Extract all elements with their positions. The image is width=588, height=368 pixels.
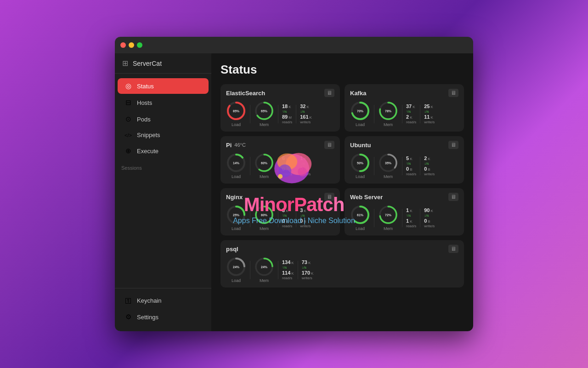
sidebar-header: ⊞ ServerCat [115, 53, 211, 74]
net-down-value: 0 [282, 218, 285, 224]
card-header: Kafka 🖥 [350, 89, 458, 97]
card-header: Web Server 🖥 [350, 193, 458, 201]
disk-down-value: 161 [300, 114, 308, 120]
load-gauge: 85% Load [226, 101, 246, 127]
card-metrics: 61% Load 72% Mem 1K ↑/s 1K [350, 205, 458, 231]
card-header: Pi46°C 🖥 [226, 141, 334, 149]
card-title: Web Server [350, 194, 383, 201]
net-down-label: read/s [406, 172, 416, 176]
net-up-value: 6 [282, 155, 285, 161]
disk-down-value: 0 [424, 166, 427, 172]
disk-up-row: 25K [424, 104, 435, 109]
load-label: Load [232, 122, 241, 127]
sidebar-item-execute[interactable]: ⊕ Execute [118, 143, 209, 159]
load-gauge: 50% Load [350, 153, 370, 179]
pods-icon: ⊙ [124, 115, 132, 123]
net-stats: 5K ↑/s 0B read/s [406, 155, 416, 176]
main-window: ⊞ ServerCat ◎ Status ⊟ Hosts ⊙ Pods </> [115, 37, 473, 331]
card-title: psql [226, 246, 238, 253]
divider [374, 157, 374, 175]
server-card-kafka: Kafka 🖥 70% Load 78% Mem [345, 84, 464, 132]
disk-up-value: 32 [300, 104, 305, 109]
card-title: Kafka [350, 90, 366, 97]
load-label: Load [356, 226, 365, 231]
load-label: Load [232, 226, 241, 231]
mem-gauge: 24% Mem [254, 257, 274, 283]
sidebar-nav: ◎ Status ⊟ Hosts ⊙ Pods </> Snippets ⊕ [115, 74, 211, 288]
main-content: ⊞ ServerCat ◎ Status ⊟ Hosts ⊙ Pods </> [115, 53, 473, 331]
mem-gauge: 65% Mem [254, 101, 274, 127]
disk-down-label: write/s [302, 276, 314, 280]
divider [402, 209, 402, 227]
disk-stats: 1K ↓/s 0B write/s [300, 155, 311, 176]
monitor-icon: 🖥 [324, 89, 334, 97]
disk-stats: 25K ↓/s 11K write/s [424, 104, 435, 124]
disk-up-value: 3 [300, 207, 303, 213]
monitor-icon: 🖥 [324, 193, 334, 201]
traffic-lights [120, 42, 142, 48]
disk-down-label: write/s [424, 224, 435, 228]
disk-stats: 3K ↓/s 0B write/s [300, 207, 311, 228]
sidebar-item-keychain[interactable]: ⚿ Keychain [118, 293, 209, 308]
divider [296, 105, 296, 123]
disk-down-value: 170 [302, 270, 310, 276]
sidebar-item-snippets[interactable]: </> Snippets [118, 128, 209, 142]
server-card-psql: psql 🖥 24% Load 24% Mem [220, 240, 464, 288]
disk-up-value: 73 [302, 259, 307, 265]
card-metrics: 85% Load 65% Mem 18K ↑/s 8 [226, 101, 334, 127]
net-up-value: 3 [282, 207, 285, 213]
sidebar-item-pods[interactable]: ⊙ Pods [118, 111, 209, 127]
disk-up-value: 25 [424, 104, 430, 109]
maximize-button[interactable] [137, 42, 142, 48]
net-down-value: 114 [282, 270, 290, 276]
disk-stats: 73K ↓/s 170K write/s [302, 259, 314, 280]
keychain-icon: ⚿ [124, 297, 132, 305]
mem-gauge: 35% Mem [378, 153, 398, 179]
sidebar-item-settings[interactable]: ⚙ Settings [118, 309, 209, 325]
mem-gauge: 80% Mem [254, 205, 274, 231]
disk-up-label: ↓/s [300, 161, 311, 166]
card-header: Nginx 🖥 [226, 193, 334, 201]
close-button[interactable] [120, 42, 126, 48]
titlebar [115, 37, 473, 53]
load-gauge: 14% Load [226, 153, 246, 179]
net-up-row: 5K [406, 155, 416, 161]
divider [402, 157, 402, 175]
card-title: Pi [226, 142, 232, 149]
net-down-label: read/s [282, 172, 292, 176]
sidebar-item-status[interactable]: ◎ Status [118, 78, 209, 94]
card-metrics: 25% Load 80% Mem 3K ↑/s 0B [226, 205, 334, 231]
disk-up-label: ↓/s [424, 161, 435, 166]
minimize-button[interactable] [129, 42, 134, 48]
net-down-value: 0 [406, 166, 409, 172]
disk-up-label: ↓/s [424, 213, 435, 218]
net-up-row: 1K [406, 207, 416, 213]
mem-label: Mem [384, 122, 393, 127]
sidebar-item-label: Snippets [137, 132, 160, 138]
net-down-row: 0B [282, 166, 292, 172]
sidebar-item-hosts[interactable]: ⊟ Hosts [118, 95, 209, 110]
disk-down-label: write/s [424, 120, 435, 124]
status-icon: ◎ [124, 82, 132, 90]
divider [374, 209, 374, 227]
sidebar: ⊞ ServerCat ◎ Status ⊟ Hosts ⊙ Pods </> [115, 53, 211, 331]
monitor-icon: 🖥 [448, 245, 458, 253]
execute-icon: ⊕ [124, 147, 132, 155]
divider [420, 157, 420, 175]
hosts-icon: ⊟ [124, 98, 132, 107]
net-down-label: read/s [406, 224, 416, 228]
sidebar-item-label: Settings [137, 314, 158, 321]
sidebar-item-label: Status [137, 83, 154, 90]
sidebar-item-label: Hosts [137, 99, 152, 106]
net-up-row: 6K [282, 155, 292, 161]
mem-label: Mem [384, 174, 393, 179]
sidebar-bottom: ⚿ Keychain ⚙ Settings [115, 288, 211, 331]
sidebar-item-label: Pods [137, 116, 151, 123]
divider [298, 261, 298, 279]
disk-up-label: ↓/s [300, 109, 312, 114]
monitor-icon: 🖥 [448, 193, 458, 201]
net-up-row: 37K [406, 104, 416, 109]
disk-up-label: ↓/s [300, 213, 311, 218]
net-down-value: 89 [282, 114, 288, 120]
divider [296, 157, 296, 175]
